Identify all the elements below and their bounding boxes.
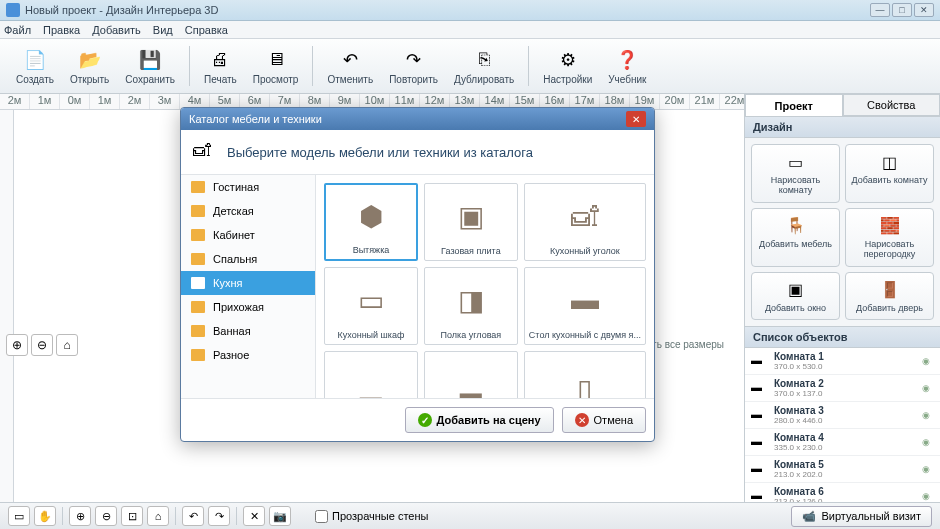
design-Нарисовать-комнату[interactable]: ▭Нарисовать комнату: [751, 144, 840, 203]
cancel-button[interactable]: ✕ Отмена: [562, 407, 646, 433]
folder-icon: [191, 325, 205, 337]
object-item[interactable]: ▬Комната 1370.0 x 530.0◉: [745, 348, 940, 375]
minimize-button[interactable]: —: [870, 3, 890, 17]
visibility-icon[interactable]: ◉: [922, 437, 934, 447]
catalog-icon: 🛋: [193, 140, 217, 164]
catalog-item[interactable]: ◨Полка угловая: [424, 267, 518, 345]
catalog-item[interactable]: ▭Кухонный шкаф: [324, 267, 418, 345]
item-grid: ⬢Вытяжка▣Газовая плита🛋Кухонный уголок▭К…: [316, 175, 654, 398]
category-Ванная[interactable]: Ванная: [181, 319, 315, 343]
object-icon: ▬: [751, 408, 769, 422]
visibility-icon[interactable]: ◉: [922, 356, 934, 366]
tab-properties[interactable]: Свойства: [843, 94, 941, 116]
folder-icon: [191, 205, 205, 217]
item-thumbnail: ▯: [529, 356, 641, 398]
category-Прихожая[interactable]: Прихожая: [181, 295, 315, 319]
object-item[interactable]: ▬Комната 3280.0 x 446.0◉: [745, 402, 940, 429]
item-thumbnail: 🛋: [529, 188, 641, 244]
category-Спальня[interactable]: Спальня: [181, 247, 315, 271]
toolbar-просмотр[interactable]: 🖥Просмотр: [245, 46, 307, 87]
zoom-out-button[interactable]: ⊖: [31, 334, 53, 356]
catalog-item[interactable]: 🛋Кухонный уголок: [524, 183, 646, 261]
Дублировать-icon: ⎘: [472, 48, 496, 72]
design-Добавить-комнату[interactable]: ◫Добавить комнату: [845, 144, 934, 203]
menu-view[interactable]: Вид: [153, 24, 173, 36]
category-Кабинет[interactable]: Кабинет: [181, 223, 315, 247]
catalog-item[interactable]: ▯: [524, 351, 646, 398]
design-Добавить-мебель[interactable]: 🪑Добавить мебель: [751, 208, 840, 267]
bottom-toolbar: ▭ ✋ ⊕ ⊖ ⊡ ⌂ ↶ ↷ ✕ 📷 Прозрачные стены 📹 В…: [0, 502, 940, 529]
dialog-close-button[interactable]: ✕: [626, 111, 646, 127]
catalog-item[interactable]: ▂: [324, 351, 418, 398]
tool-pan[interactable]: ✋: [34, 506, 56, 526]
Открыть-icon: 📂: [78, 48, 102, 72]
menu-file[interactable]: Файл: [4, 24, 31, 36]
Печать-icon: 🖨: [208, 48, 232, 72]
catalog-item[interactable]: ▣Газовая плита: [424, 183, 518, 261]
virtual-visit-button[interactable]: 📹 Виртуальный визит: [791, 506, 932, 527]
tool-undo[interactable]: ↶: [182, 506, 204, 526]
tool-delete[interactable]: ✕: [243, 506, 265, 526]
tool-capture[interactable]: 📷: [269, 506, 291, 526]
app-icon: [6, 3, 20, 17]
home-button[interactable]: ⌂: [56, 334, 78, 356]
catalog-item[interactable]: ⬢Вытяжка: [324, 183, 418, 261]
toolbar-открыть[interactable]: 📂Открыть: [62, 46, 117, 87]
visibility-icon[interactable]: ◉: [922, 491, 934, 501]
tab-project[interactable]: Проект: [745, 94, 843, 116]
cancel-icon: ✕: [575, 413, 589, 427]
category-Разное[interactable]: Разное: [181, 343, 315, 367]
item-thumbnail: ◨: [429, 272, 513, 328]
maximize-button[interactable]: □: [892, 3, 912, 17]
close-button[interactable]: ✕: [914, 3, 934, 17]
category-list: ГостинаяДетскаяКабинетСпальняКухняПрихож…: [181, 175, 316, 398]
toolbar-учебник[interactable]: ❓Учебник: [600, 46, 654, 87]
visibility-icon[interactable]: ◉: [922, 410, 934, 420]
menu-edit[interactable]: Правка: [43, 24, 80, 36]
toolbar-создать[interactable]: 📄Создать: [8, 46, 62, 87]
catalog-item[interactable]: ▬Стол кухонный с двумя я...: [524, 267, 646, 345]
ruler-vertical: [0, 110, 14, 502]
visibility-icon[interactable]: ◉: [922, 383, 934, 393]
Сохранить-icon: 💾: [138, 48, 162, 72]
tool-zoom-out[interactable]: ⊖: [95, 506, 117, 526]
object-icon: ▬: [751, 354, 769, 368]
tool-zoom-in[interactable]: ⊕: [69, 506, 91, 526]
folder-icon: [191, 229, 205, 241]
category-Детская[interactable]: Детская: [181, 199, 315, 223]
toolbar-сохранить[interactable]: 💾Сохранить: [117, 46, 183, 87]
object-item[interactable]: ▬Комната 6213.0 x 126.0◉: [745, 483, 940, 502]
tool-zoom-fit[interactable]: ⊡: [121, 506, 143, 526]
toolbar-настройки[interactable]: ⚙Настройки: [535, 46, 600, 87]
object-icon: ▬: [751, 381, 769, 395]
design-Добавить-дверь[interactable]: 🚪Добавить дверь: [845, 272, 934, 321]
transparent-walls-checkbox[interactable]: [315, 510, 328, 523]
toolbar-дублировать[interactable]: ⎘Дублировать: [446, 46, 522, 87]
object-icon: ▬: [751, 435, 769, 449]
menu-add[interactable]: Добавить: [92, 24, 141, 36]
Повторить-icon: ↷: [402, 48, 426, 72]
tool-select[interactable]: ▭: [8, 506, 30, 526]
Создать-icon: 📄: [23, 48, 47, 72]
toolbar-печать[interactable]: 🖨Печать: [196, 46, 245, 87]
tool-home[interactable]: ⌂: [147, 506, 169, 526]
category-Гостиная[interactable]: Гостиная: [181, 175, 315, 199]
toolbar-отменить[interactable]: ↶Отменить: [319, 46, 381, 87]
menu-help[interactable]: Справка: [185, 24, 228, 36]
Отменить-icon: ↶: [338, 48, 362, 72]
visibility-icon[interactable]: ◉: [922, 464, 934, 474]
object-item[interactable]: ▬Комната 5213.0 x 202.0◉: [745, 456, 940, 483]
category-Кухня[interactable]: Кухня: [181, 271, 315, 295]
toolbar-повторить[interactable]: ↷Повторить: [381, 46, 446, 87]
object-item[interactable]: ▬Комната 2370.0 x 137.0◉: [745, 375, 940, 402]
design-Нарисовать-перегородку[interactable]: 🧱Нарисовать перегородку: [845, 208, 934, 267]
catalog-item[interactable]: ▃: [424, 351, 518, 398]
add-to-scene-button[interactable]: ✓ Добавить на сцену: [405, 407, 554, 433]
object-list[interactable]: ▬Комната 1370.0 x 530.0◉▬Комната 2370.0 …: [745, 348, 940, 502]
item-thumbnail: ▃: [429, 356, 513, 398]
object-item[interactable]: ▬Комната 4335.0 x 230.0◉: [745, 429, 940, 456]
design-Добавить-окно[interactable]: ▣Добавить окно: [751, 272, 840, 321]
folder-icon: [191, 253, 205, 265]
tool-redo[interactable]: ↷: [208, 506, 230, 526]
zoom-in-button[interactable]: ⊕: [6, 334, 28, 356]
